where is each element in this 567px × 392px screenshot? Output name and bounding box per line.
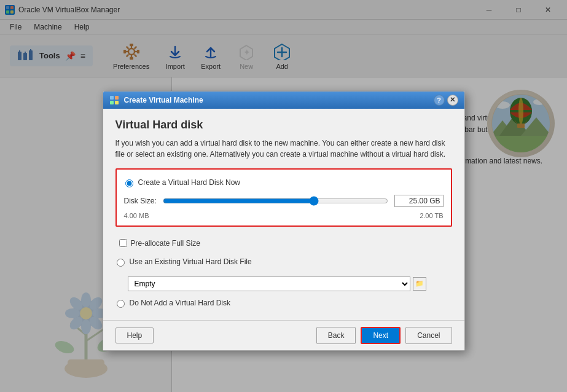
- disk-range-labels: 4.00 MB 2.00 TB: [124, 212, 444, 219]
- use-existing-option[interactable]: Use an Existing Virtual Hard Disk File: [115, 255, 452, 269]
- dialog-footer: Help Back Next Cancel: [103, 320, 464, 350]
- dialog-help-button[interactable]: ?: [434, 95, 445, 106]
- next-button[interactable]: Next: [361, 327, 401, 344]
- cancel-button[interactable]: Cancel: [405, 327, 452, 344]
- dialog-footer-right: Back Next Cancel: [316, 327, 452, 344]
- dialog-footer-left: Help: [115, 327, 154, 343]
- browse-button[interactable]: 📁: [413, 277, 426, 291]
- svg-rect-54: [115, 101, 119, 104]
- create-new-label: Create a Virtual Hard Disk Now: [138, 178, 241, 187]
- svg-rect-53: [110, 101, 114, 104]
- create-new-section: Create a Virtual Hard Disk Now Disk Size…: [115, 168, 452, 227]
- disk-min-label: 4.00 MB: [124, 212, 149, 219]
- dialog-icon: [109, 95, 119, 105]
- no-disk-radio[interactable]: [117, 300, 125, 308]
- no-disk-option[interactable]: Do Not Add a Virtual Hard Disk: [115, 296, 452, 310]
- dialog-title-bar: Create Virtual Machine ? ✕: [103, 92, 464, 109]
- dialog-title-controls: ? ✕: [434, 95, 458, 106]
- existing-disk-dropdown[interactable]: Empty: [128, 276, 410, 291]
- pre-allocate-checkbox[interactable]: [119, 239, 127, 247]
- dialog-section-title: Virtual Hard disk: [115, 119, 452, 131]
- dialog-overlay: Create Virtual Machine ? ✕ Virtual Hard …: [0, 0, 567, 392]
- dialog-title-text: Create Virtual Machine: [124, 96, 203, 104]
- create-new-radio[interactable]: [125, 179, 133, 187]
- pre-allocate-label: Pre-allocate Full Size: [131, 239, 200, 248]
- no-disk-label: Do Not Add a Virtual Hard Disk: [130, 299, 231, 307]
- use-existing-radio[interactable]: [117, 259, 125, 267]
- dialog-body: Virtual Hard disk If you wish you can ad…: [103, 109, 464, 320]
- svg-rect-51: [110, 96, 114, 100]
- disk-size-row: Disk Size:: [124, 195, 444, 207]
- disk-size-label: Disk Size:: [124, 197, 157, 205]
- create-vm-dialog: Create Virtual Machine ? ✕ Virtual Hard …: [103, 91, 465, 351]
- back-button[interactable]: Back: [316, 327, 356, 344]
- use-existing-label: Use an Existing Virtual Hard Disk File: [130, 257, 252, 266]
- folder-icon: 📁: [415, 280, 424, 288]
- disk-max-label: 2.00 TB: [420, 212, 443, 219]
- dropdown-row: Empty 📁: [128, 276, 452, 291]
- dialog-description: If you wish you can add a virtual hard d…: [115, 138, 452, 160]
- help-button[interactable]: Help: [115, 327, 154, 343]
- dialog-title-left: Create Virtual Machine: [109, 95, 203, 105]
- dialog-close-button[interactable]: ✕: [447, 95, 458, 106]
- create-new-option[interactable]: Create a Virtual Hard Disk Now: [124, 176, 444, 190]
- svg-rect-52: [115, 96, 119, 100]
- disk-size-slider[interactable]: [163, 196, 388, 206]
- disk-size-value[interactable]: [394, 195, 444, 207]
- pre-allocate-row[interactable]: Pre-allocate Full Size: [118, 237, 452, 250]
- radio-group: Create a Virtual Hard Disk Now Disk Size…: [115, 168, 452, 310]
